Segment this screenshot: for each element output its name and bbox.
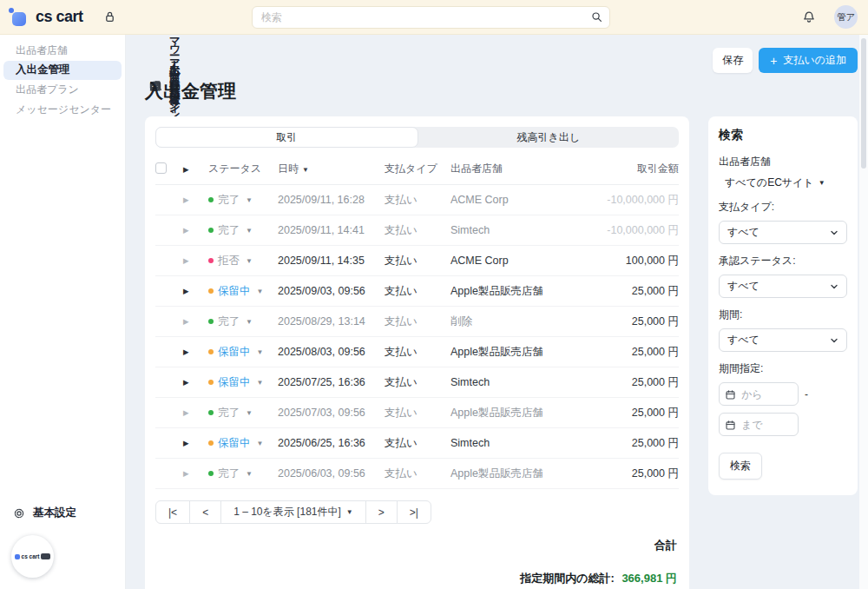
payouts-card: 取引 残高引き出し ▶ ステータス 日時▼ 支払タイプ 出品者店舗 取引金額 ▶… [145, 116, 689, 589]
table-row: ▶ 完了 ▼ 2025/09/11, 14:41 支払い Simtech -10… [155, 215, 679, 246]
sidebar-item-sub[interactable]: メッセージセンター [3, 100, 122, 120]
page-range-dropdown[interactable]: 1 – 10を表示 [181件中]▼ [220, 500, 366, 524]
row-payout-type: 支払い [385, 314, 450, 329]
select-all-checkbox[interactable] [155, 162, 167, 174]
row-status-dropdown[interactable]: 拒否 [218, 254, 240, 268]
row-status-dropdown[interactable]: 完了 [218, 223, 240, 238]
row-expand-icon[interactable]: ▶ [180, 439, 208, 447]
add-payout-button[interactable]: + 支払いの追加 [759, 48, 858, 73]
chevron-down-icon [830, 336, 838, 345]
row-status-dropdown[interactable]: 完了 [218, 314, 240, 329]
chevron-down-icon: ▼ [257, 288, 264, 295]
row-date: 2025/07/03, 09:56 [278, 407, 385, 419]
row-status-dropdown[interactable]: 保留中 [218, 436, 251, 451]
row-date: 2025/08/29, 13:14 [278, 315, 385, 328]
row-status-dropdown[interactable]: 完了 [218, 406, 240, 420]
sidebar-item-settings[interactable]: 基本設定 [0, 503, 125, 523]
sidebar-item-sub[interactable]: 出品者店舗 [3, 41, 122, 61]
row-store: Apple製品販売店舗 [450, 345, 583, 360]
save-button[interactable]: 保存 [713, 48, 753, 73]
vendor-filter-dropdown[interactable]: すべてのECサイト ▼ [719, 175, 847, 190]
scrollbar[interactable] [859, 35, 868, 589]
pagination: |< < 1 – 10を表示 [181件中]▼ > >| [155, 500, 431, 524]
row-expand-icon[interactable]: ▶ [180, 195, 208, 204]
chevron-down-icon [830, 282, 838, 291]
period-select[interactable]: すべて [719, 328, 847, 352]
row-date: 2025/06/25, 16:36 [278, 437, 385, 449]
page-title: 入出金管理 [145, 79, 858, 103]
page-prev-button[interactable]: < [189, 500, 221, 524]
col-type[interactable]: 支払タイプ [385, 162, 450, 176]
col-status[interactable]: ステータス [208, 162, 278, 176]
row-payout-type: 支払い [385, 284, 450, 299]
col-store[interactable]: 出品者店舗 [450, 162, 583, 176]
filter-title: 検索 [719, 128, 847, 143]
gear-icon [12, 506, 26, 520]
approval-status-select[interactable]: すべて [719, 275, 847, 298]
lock-icon[interactable] [102, 10, 117, 24]
row-store: Apple製品販売店舗 [450, 467, 583, 481]
row-payout-type: 支払い [385, 406, 450, 420]
row-amount: 25,000 円 [583, 436, 679, 451]
row-expand-icon[interactable]: ▶ [180, 256, 208, 265]
notifications-bell-icon[interactable] [801, 10, 817, 25]
row-status-dropdown[interactable]: 完了 [218, 467, 240, 481]
global-search-input[interactable] [252, 6, 610, 29]
chevron-down-icon: ▼ [246, 470, 253, 478]
row-expand-icon[interactable]: ▶ [180, 408, 208, 417]
period-label: 期間: [719, 308, 847, 322]
table-row: ▶ 保留中 ▼ 2025/09/03, 09:56 支払い Apple製品販売店… [155, 276, 679, 307]
row-status-dropdown[interactable]: 保留中 [218, 345, 251, 360]
sidebar-nav: ホーム 注文 商品 お客様 出品者 出品者店舗 入出金管理 出品者プラン メッセ… [0, 41, 125, 119]
status-dot-icon [208, 288, 214, 294]
row-status-dropdown[interactable]: 完了 [218, 193, 240, 208]
storefront-badge[interactable]: cs cart [11, 535, 54, 578]
row-date: 2025/09/11, 14:41 [278, 224, 385, 236]
filter-search-button[interactable]: 検索 [719, 453, 762, 480]
row-date: 2025/07/25, 16:36 [278, 376, 385, 388]
search-icon[interactable] [590, 10, 603, 27]
row-store: Simtech [450, 224, 583, 236]
page-last-button[interactable]: >| [397, 500, 431, 524]
row-amount: 100,000 円 [583, 254, 679, 268]
status-dot-icon [208, 197, 214, 202]
settings-label: 基本設定 [33, 506, 76, 520]
row-payout-type: 支払い [385, 254, 450, 268]
calendar-icon [725, 388, 736, 404]
status-dot-icon [208, 471, 214, 476]
row-expand-icon[interactable]: ▶ [180, 347, 208, 356]
row-amount: 25,000 円 [583, 406, 679, 420]
row-expand-icon[interactable]: ▶ [180, 378, 208, 387]
chevron-down-icon: ▼ [257, 348, 264, 356]
row-date: 2025/08/03, 09:56 [278, 346, 385, 358]
col-amount[interactable]: 取引金額 [583, 162, 679, 176]
page-first-button[interactable]: |< [155, 500, 190, 524]
vendor-filter-label: 出品者店舗 [719, 155, 847, 169]
row-date: 2025/09/11, 16:28 [278, 194, 385, 206]
tab-balance-withdrawal[interactable]: 残高引き出し [418, 127, 680, 148]
row-status-dropdown[interactable]: 保留中 [218, 284, 251, 299]
row-expand-icon[interactable]: ▶ [180, 226, 208, 235]
user-avatar[interactable]: 管ア [834, 5, 858, 29]
chevron-down-icon: ▼ [246, 257, 253, 265]
row-payout-type: 支払い [385, 193, 450, 208]
row-amount: -10,000,000 円 [583, 223, 679, 238]
sidebar-item-sub[interactable]: 入出金管理 [3, 61, 122, 81]
row-date: 2025/09/11, 14:35 [278, 255, 385, 267]
tab-transactions[interactable]: 取引 [155, 127, 418, 148]
status-dot-icon [208, 440, 214, 446]
payout-type-select[interactable]: すべて [719, 221, 847, 244]
row-amount: 25,000 円 [583, 314, 679, 329]
row-status-dropdown[interactable]: 保留中 [218, 375, 251, 390]
cscart-logo[interactable]: cs cart [10, 8, 83, 26]
row-payout-type: 支払い [385, 467, 450, 481]
expand-all-icon[interactable]: ▶ [180, 165, 208, 174]
page-next-button[interactable]: > [365, 500, 398, 524]
col-date[interactable]: 日時▼ [278, 162, 385, 176]
chevron-down-icon: ▼ [246, 227, 253, 235]
sidebar-item-sub[interactable]: 出品者プラン [3, 80, 122, 100]
row-expand-icon[interactable]: ▶ [180, 317, 208, 326]
row-expand-icon[interactable]: ▶ [180, 469, 208, 478]
row-expand-icon[interactable]: ▶ [180, 287, 208, 295]
row-store: Apple製品販売店舗 [450, 284, 583, 299]
